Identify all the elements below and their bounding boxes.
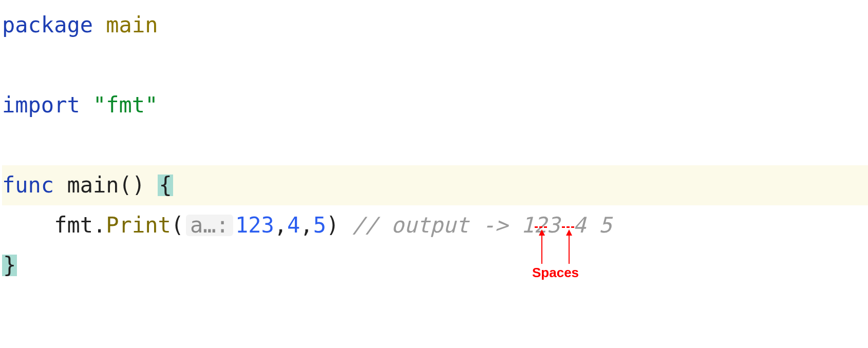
parens: () [119, 175, 145, 196]
keyword-func: func [2, 175, 54, 196]
comment: // output -> 123 4 5 [352, 215, 612, 236]
keyword-import: import [2, 94, 80, 116]
code-line-current[interactable]: func main() { [2, 165, 868, 205]
annotation-dash [562, 226, 574, 228]
paren-close: ) [326, 215, 339, 236]
annotation-arrow-line [541, 236, 542, 264]
space [54, 175, 67, 196]
code-editor[interactable]: package main import "fmt" func main() { … [0, 0, 868, 285]
code-line[interactable]: fmt.Print(a…:123,4,5) // output -> 123 4… [2, 205, 868, 245]
annotation-dash [535, 226, 547, 228]
code-line-blank[interactable] [2, 125, 868, 165]
indent [2, 215, 54, 236]
space [93, 14, 106, 36]
space [339, 215, 352, 236]
dot: . [93, 215, 106, 236]
annotation-arrowhead [539, 229, 545, 236]
space [145, 175, 158, 196]
keyword-package: package [2, 14, 93, 36]
space [80, 94, 93, 116]
code-line[interactable]: package main [2, 5, 868, 45]
func-name: main [67, 175, 119, 196]
receiver: fmt [54, 215, 93, 236]
inlay-hint: a…: [186, 215, 233, 236]
arg2: 4 [287, 215, 300, 236]
code-line-blank[interactable] [2, 45, 868, 85]
annotation-arrow-line [569, 236, 570, 264]
brace-open: { [158, 175, 173, 196]
code-line[interactable]: import "fmt" [2, 85, 868, 125]
arg3: 5 [313, 215, 326, 236]
pkg-name: main [106, 14, 158, 36]
call-name: Print [106, 215, 171, 236]
annotation-label: Spaces [532, 266, 579, 279]
comma: , [274, 215, 287, 236]
comma: , [300, 215, 313, 236]
import-path: "fmt" [93, 94, 158, 116]
arg1: 123 [235, 215, 274, 236]
code-line[interactable]: } [2, 245, 868, 285]
brace-close: } [2, 255, 17, 276]
paren-open: ( [171, 215, 184, 236]
annotation-arrowhead [566, 229, 572, 236]
